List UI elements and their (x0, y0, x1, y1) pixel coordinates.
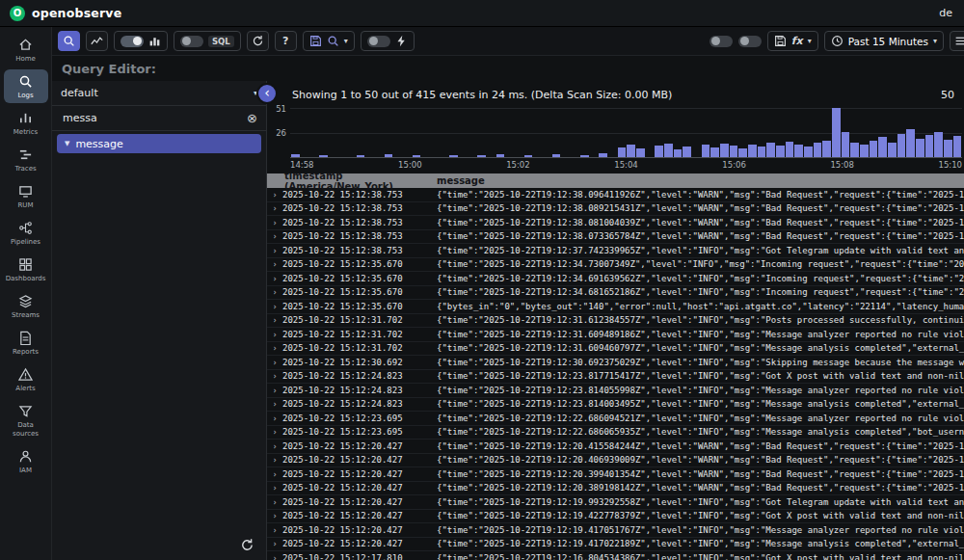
log-row[interactable]: ›2025-10-22 15:12:23.695{"time":"2025-10… (267, 426, 964, 440)
wrap-toggle[interactable] (710, 36, 733, 47)
log-row[interactable]: ›2025-10-22 15:12:20.427{"time":"2025-10… (267, 454, 964, 468)
function-caret-icon[interactable]: ▾ (808, 38, 812, 45)
row-message: {"time":"2025-10-22T19:12:34.73007349Z",… (437, 259, 964, 269)
log-row[interactable]: ›2025-10-22 15:12:20.427{"time":"2025-10… (267, 523, 964, 538)
log-row[interactable]: ›2025-10-22 15:12:20.427{"time":"2025-10… (267, 495, 964, 510)
sidebar-item-rum[interactable]: RUM (4, 179, 48, 213)
sidebar-item-iam[interactable]: IAM (4, 444, 48, 478)
row-expand-icon[interactable]: › (267, 511, 282, 520)
log-row[interactable]: ›2025-10-22 15:12:31.702{"time":"2025-10… (267, 314, 964, 329)
sidebar-item-data-sources[interactable]: Data sources (4, 399, 48, 440)
row-expand-icon[interactable]: › (267, 497, 282, 507)
reset-fields-icon[interactable] (240, 538, 254, 552)
save-icon[interactable] (774, 35, 787, 47)
stream-select[interactable]: default ▾ (52, 81, 266, 106)
row-expand-icon[interactable]: › (267, 371, 282, 381)
log-row[interactable]: ›2025-10-22 15:12:24.823{"time":"2025-10… (267, 384, 964, 398)
field-item-message[interactable]: ▼message (57, 134, 261, 153)
log-row[interactable]: ›2025-10-22 15:12:24.823{"time":"2025-10… (267, 370, 964, 385)
page-size-select[interactable]: 50 (941, 89, 956, 101)
log-row[interactable]: ›2025-10-22 15:12:35.670{"bytes_in":"0",… (267, 300, 964, 314)
saved-search-icon[interactable] (309, 35, 322, 47)
log-row[interactable]: ›2025-10-22 15:12:31.702{"time":"2025-10… (267, 342, 964, 357)
row-expand-icon[interactable]: › (267, 274, 282, 283)
sql-mode-toggle[interactable] (180, 36, 203, 47)
live-mode-toggle[interactable] (738, 36, 762, 47)
row-expand-icon[interactable]: › (267, 302, 282, 311)
column-header-message[interactable]: message (437, 175, 964, 186)
log-row[interactable]: ›2025-10-22 15:12:35.670{"time":"2025-10… (267, 286, 964, 301)
log-row[interactable]: ›2025-10-22 15:12:38.753{"time":"2025-10… (267, 244, 964, 258)
row-expand-icon[interactable]: › (267, 553, 282, 560)
row-expand-icon[interactable]: › (267, 231, 282, 241)
row-expand-icon[interactable]: › (267, 246, 282, 255)
log-row[interactable]: ›2025-10-22 15:12:20.427{"time":"2025-10… (267, 482, 964, 496)
row-expand-icon[interactable]: › (267, 441, 282, 451)
saved-views-caret-icon[interactable]: ▾ (344, 38, 348, 45)
log-row[interactable]: ›2025-10-22 15:12:38.753{"time":"2025-10… (267, 202, 964, 217)
log-row[interactable]: ›2025-10-22 15:12:35.670{"time":"2025-10… (267, 272, 964, 286)
log-row[interactable]: ›2025-10-22 15:12:38.753{"time":"2025-10… (267, 188, 964, 202)
log-table-body: ›2025-10-22 15:12:38.753{"time":"2025-10… (267, 188, 964, 560)
log-row[interactable]: ›2025-10-22 15:12:38.753{"time":"2025-10… (267, 230, 964, 245)
clear-search-icon[interactable]: ⊗ (247, 112, 257, 124)
row-expand-icon[interactable]: › (267, 525, 282, 535)
log-row[interactable]: ›2025-10-22 15:12:31.702{"time":"2025-10… (267, 328, 964, 342)
log-row[interactable]: ›2025-10-22 15:12:23.695{"time":"2025-10… (267, 412, 964, 426)
log-row[interactable]: ›2025-10-22 15:12:35.670{"time":"2025-10… (267, 258, 964, 273)
log-row[interactable]: ›2025-10-22 15:12:20.427{"time":"2025-10… (267, 538, 964, 552)
sidebar-item-metrics[interactable]: Metrics (4, 106, 48, 140)
log-row[interactable]: ›2025-10-22 15:12:20.427{"time":"2025-10… (267, 467, 964, 482)
log-row[interactable]: ›2025-10-22 15:12:20.427{"time":"2025-10… (267, 510, 964, 524)
more-options-button[interactable] (950, 31, 964, 51)
sidebar-item-pipelines[interactable]: Pipelines (4, 216, 48, 250)
field-search-input[interactable] (61, 111, 241, 125)
row-expand-icon[interactable]: › (267, 386, 282, 395)
x-axis-tick: 15:06 (722, 160, 746, 170)
row-expand-icon[interactable]: › (267, 539, 282, 548)
log-row[interactable]: ›2025-10-22 15:12:24.823{"time":"2025-10… (267, 398, 964, 413)
run-query-button[interactable] (58, 31, 80, 51)
log-row[interactable]: ›2025-10-22 15:12:20.427{"time":"2025-10… (267, 440, 964, 454)
row-expand-icon[interactable]: › (267, 190, 282, 200)
sidebar-item-streams[interactable]: Streams (4, 289, 48, 323)
row-expand-icon[interactable]: › (267, 315, 282, 325)
function-editor-button[interactable]: fx (791, 35, 803, 47)
sidebar-item-alerts[interactable]: Alerts (4, 362, 48, 396)
sidebar-item-logs[interactable]: Logs (4, 69, 48, 103)
sidebar-item-reports[interactable]: Reports (4, 326, 48, 360)
log-row[interactable]: ›2025-10-22 15:12:17.810{"time":"2025-10… (267, 551, 964, 560)
sidebar-item-traces[interactable]: Traces (4, 143, 48, 176)
sidebar-item-home[interactable]: Home (4, 33, 48, 67)
row-expand-icon[interactable]: › (267, 203, 282, 213)
search-toolbar: SQL ? ▾ fx ▾ (52, 27, 964, 56)
histogram-bar (738, 148, 747, 157)
search-save-icon[interactable] (327, 35, 339, 47)
sidebar-item-dashboards[interactable]: Dashboards (4, 253, 48, 286)
time-range-picker[interactable]: Past 15 Minutes ▾ (824, 31, 944, 51)
row-expand-icon[interactable]: › (267, 358, 282, 367)
refresh-button[interactable] (247, 31, 269, 51)
log-row[interactable]: ›2025-10-22 15:12:30.692{"time":"2025-10… (267, 356, 964, 370)
row-expand-icon[interactable]: › (267, 218, 282, 227)
quick-mode-toggle[interactable] (367, 36, 390, 47)
row-expand-icon[interactable]: › (267, 483, 282, 493)
row-expand-icon[interactable]: › (267, 427, 282, 437)
row-expand-icon[interactable]: › (267, 455, 282, 465)
visualize-toggle-button[interactable] (86, 31, 108, 51)
log-row[interactable]: ›2025-10-22 15:12:38.753{"time":"2025-10… (267, 216, 964, 230)
row-expand-icon[interactable]: › (267, 330, 282, 339)
row-expand-icon[interactable]: › (267, 343, 282, 353)
histogram-toggle[interactable] (120, 36, 144, 47)
row-expand-icon[interactable]: › (267, 413, 282, 423)
org-selector[interactable]: de (939, 7, 952, 19)
collapse-fields-button[interactable]: ‹ (256, 83, 278, 104)
help-button[interactable]: ? (275, 31, 297, 51)
row-expand-icon[interactable]: › (267, 287, 282, 297)
row-timestamp: 2025-10-22 15:12:24.823 (282, 399, 437, 409)
row-message: {"time":"2025-10-22T19:12:34.691639562Z"… (437, 274, 964, 283)
row-expand-icon[interactable]: › (267, 469, 282, 479)
data-sources-icon (18, 404, 33, 418)
row-expand-icon[interactable]: › (267, 399, 282, 409)
row-expand-icon[interactable]: › (267, 259, 282, 269)
